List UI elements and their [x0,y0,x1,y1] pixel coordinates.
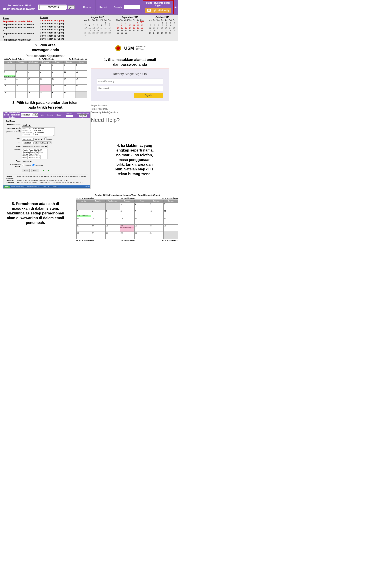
calendar-cell[interactable]: 23 [51,84,63,91]
mini-cal-day[interactable]: 14 [156,27,160,29]
mini-cal-day[interactable]: 18 [172,27,176,29]
form-nav-help[interactable]: Help [38,114,46,116]
calendar-cell[interactable]: 15 [120,217,135,224]
end-time-select[interactable]: 13:30 (5.5 hours) [34,142,51,144]
end-date-input[interactable] [22,142,34,144]
calendar-cell[interactable]: 4 [163,203,178,210]
calendar-cell[interactable]: 515:00~16:00 Rental [77,210,91,217]
calendar-cell[interactable]: 13 [91,217,106,224]
sso-link[interactable]: Forgot Password [91,104,169,107]
calendar-cell[interactable]: 19 [77,224,91,232]
mini-cal-day[interactable]: 2 [164,21,168,24]
calendar-cell[interactable]: 20 [91,224,106,232]
taskbar-item[interactable]: Adobe Photoshop CS... [26,186,42,188]
calendar-cell[interactable]: 7 [28,71,39,78]
form-goto-date[interactable] [21,114,32,116]
calendar-cell[interactable]: 18 [163,217,178,224]
mini-cal-day[interactable]: 30 [164,32,168,34]
mini-cal-day[interactable]: 1 [160,21,164,24]
calendar-cell[interactable]: 29 [120,232,135,239]
mini-cal-day[interactable]: 14 [100,27,104,29]
calendar-cell[interactable] [75,91,87,98]
area-item[interactable]: Perpustakaan Hamdan Tahir [3,20,35,23]
start-button[interactable]: start [4,186,10,188]
mini-cal-day[interactable]: 22 [120,29,124,32]
taskbar-item[interactable]: untitled [52,186,58,188]
save-button[interactable]: Save [31,169,39,172]
mini-cal-day[interactable]: 31 [84,34,88,37]
mini-cal-day[interactable]: 23 [124,29,128,32]
calendar-cell[interactable]: 17 [149,217,164,224]
taskbar-item[interactable]: Event KTM A [42,186,52,188]
calendar-cell[interactable]: 8 [120,210,135,217]
mini-cal-day[interactable]: 5 [136,21,140,24]
form-nav-rooms[interactable]: Rooms [45,114,55,116]
calendar-cell[interactable]: 6 [91,210,106,217]
calendar-cell[interactable]: 515:00~16:00 Rental [4,71,16,78]
mini-cal-day[interactable]: 15 [104,27,108,29]
calendar-cell[interactable]: 22 [39,84,51,91]
mini-cal-day[interactable]: 27 [140,29,144,32]
back-button[interactable]: Back [22,169,30,172]
calendar-cell[interactable]: 31 [63,91,75,98]
mini-cal-day[interactable]: 3 [168,21,172,24]
mini-cal-day[interactable]: 24 [168,29,172,32]
calendar-cell[interactable]: 14 [28,78,39,84]
mini-cal-day[interactable]: 4 [132,21,136,24]
calendar-cell[interactable]: 13 [16,78,28,84]
start-date-input[interactable] [22,138,34,141]
mini-cal-day[interactable]: 17 [168,27,172,29]
calendar-cell[interactable] [163,232,178,239]
calendar-event[interactable]: 15:00~16:00 Rental [77,215,91,217]
mini-cal-day[interactable]: 28 [156,32,160,34]
mini-cal-day[interactable]: 19 [136,27,140,29]
mini-cal-day[interactable]: 4 [172,21,176,24]
sso-email-input[interactable] [97,79,163,84]
mini-cal-day[interactable]: 27 [96,32,100,34]
calendar-cell[interactable]: 30 [51,91,63,98]
login-with-identity-button[interactable]: Id Login with Identity [145,8,171,13]
area-item[interactable]: Perpustakaan Hamzah Sendut [3,23,35,26]
calendar-cell[interactable]: 16 [51,78,63,84]
mini-cal-day[interactable]: 25 [132,29,136,32]
calendar-cell[interactable]: 15 [39,78,51,84]
calendar-cell[interactable]: 8 [39,71,51,78]
mini-cal-day[interactable]: 16 [164,27,168,29]
room-item[interactable]: Carrel Room 03 (Open) [40,25,67,28]
mini-cal-day[interactable]: 19 [92,29,96,32]
mini-cal-day[interactable]: 4 [88,24,92,27]
calendar-cell[interactable]: 26 [77,232,91,239]
calendar-cell[interactable]: 20 [16,84,28,91]
calendar-cell[interactable]: 16 [135,217,149,224]
nav-rooms[interactable]: Rooms [79,0,95,14]
cal1-this[interactable]: Go To This Month [39,58,54,60]
calendar-cell[interactable]: 1 [39,64,51,71]
cal1-next[interactable]: Go To Month After >> [69,58,87,60]
cal1-prev[interactable]: << Go To Month Before [4,58,24,60]
mini-cal-day[interactable]: 24 [84,32,88,34]
name-textarea[interactable]: Nama : Nor Erma Nordin No Matrik : USM 0… [22,127,55,136]
cal2-prev[interactable]: << Go To Month Before [76,197,94,199]
mini-cal-day[interactable]: 15 [120,27,124,29]
search-input[interactable] [124,5,140,9]
mini-cal-day[interactable]: 30 [124,32,128,34]
mini-cal-day[interactable]: 8 [160,24,164,27]
mini-cal-day[interactable]: 5 [148,24,152,27]
mini-cal-day[interactable]: 8 [104,24,108,27]
mini-cal-day[interactable]: 29 [160,32,164,34]
mini-cal-day[interactable]: 13 [140,24,144,27]
mini-cal-day[interactable]: 31 [168,32,172,34]
mini-cal-day[interactable]: 6 [96,24,100,27]
mini-cal-day[interactable]: 6 [140,21,144,24]
mini-cal-day[interactable]: 14 [116,27,120,29]
taskbar-item[interactable]: Room Reservation Sy... [10,186,26,188]
calendar-cell[interactable] [106,203,120,210]
room-item[interactable]: Carrel Room 02 (Open) [40,22,67,25]
mini-cal-day[interactable]: 7 [116,24,120,27]
room-item[interactable]: Carrel Room 07 (Open) [40,37,67,41]
mini-cal-day[interactable]: 8 [120,24,124,27]
mini-cal-day[interactable]: 16 [108,27,112,29]
mini-cal-day[interactable]: 7 [100,24,104,27]
area-item[interactable]: Perpustakaan Hamzah Sendut 1 [3,26,35,32]
mini-cal-day[interactable]: 10 [84,27,88,29]
